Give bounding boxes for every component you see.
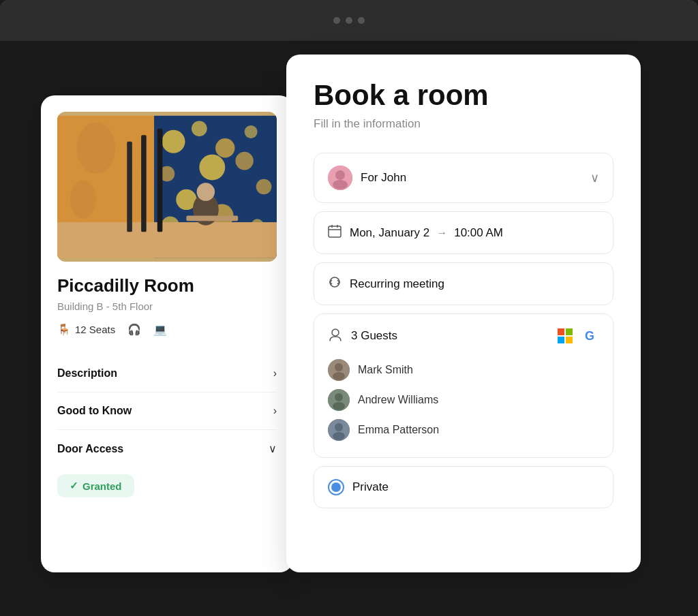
browser-chrome <box>0 0 698 41</box>
guests-header: 3 Guests G <box>328 326 599 345</box>
seats-amenity: 🪑 12 Seats <box>57 323 115 336</box>
for-user-label: For John <box>361 171 582 185</box>
guest-item-1: Mark Smith <box>328 355 599 385</box>
recurring-icon <box>328 275 342 292</box>
guest-item-3: Emma Patterson <box>328 415 599 445</box>
svg-point-40 <box>333 432 345 440</box>
svg-point-16 <box>70 181 96 219</box>
guest-item-2: Andrew Williams <box>328 385 599 415</box>
svg-point-8 <box>235 152 254 170</box>
user-avatar <box>328 166 352 190</box>
guest-avatar-3 <box>328 419 350 441</box>
guests-count-label: 3 Guests <box>351 329 547 343</box>
door-access-item[interactable]: Door Access ∨ <box>57 430 277 467</box>
guest-name-1: Mark Smith <box>358 364 413 376</box>
for-user-chevron-icon: ∨ <box>590 170 599 185</box>
svg-point-26 <box>333 180 348 189</box>
room-detail-card: Piccadilly Room Building B - 5th Floor 🪑… <box>41 95 293 572</box>
svg-point-34 <box>333 372 345 380</box>
description-chevron-icon: › <box>273 367 277 380</box>
guests-icon <box>328 327 343 345</box>
guest-name-2: Andrew Williams <box>358 394 438 406</box>
google-icon: G <box>580 326 599 345</box>
door-access-chevron-icon: ∨ <box>269 442 277 455</box>
browser-dots <box>333 17 365 24</box>
svg-point-15 <box>106 157 138 202</box>
good-to-know-chevron-icon: › <box>273 405 277 417</box>
svg-rect-23 <box>186 216 238 221</box>
date-time-content: Mon, January 2 → 10:00 AM <box>350 226 599 240</box>
svg-point-25 <box>335 170 345 180</box>
main-container: Piccadilly Room Building B - 5th Floor 🪑… <box>41 55 684 602</box>
chair-icon: 🪑 <box>57 323 71 336</box>
date-label: Mon, January 2 <box>350 226 429 240</box>
calendar-icon <box>328 224 342 241</box>
browser-dot-3 <box>358 17 365 24</box>
guest-avatar-1 <box>328 359 350 381</box>
svg-rect-17 <box>57 222 277 258</box>
svg-point-39 <box>335 423 343 431</box>
good-to-know-label: Good to Know <box>57 405 132 417</box>
headset-amenity: 🎧 <box>127 323 141 336</box>
date-arrow-icon: → <box>436 227 447 239</box>
microsoft-icon <box>556 326 575 345</box>
room-image <box>57 112 277 262</box>
laptop-icon: 💻 <box>153 323 167 336</box>
svg-point-37 <box>333 402 345 410</box>
svg-point-2 <box>162 130 185 153</box>
recurring-meeting-row[interactable]: Recurring meeting <box>314 262 613 305</box>
svg-rect-19 <box>157 129 163 232</box>
svg-point-22 <box>197 183 215 201</box>
radio-inner <box>331 482 341 492</box>
seats-label: 12 Seats <box>75 324 115 335</box>
svg-rect-27 <box>329 226 341 237</box>
access-status-label: Granted <box>82 480 122 492</box>
private-label: Private <box>352 480 389 494</box>
access-granted-badge: ✓ Granted <box>57 474 134 497</box>
room-name: Piccadilly Room <box>57 275 277 296</box>
booking-form-card: Book a room Fill in the information For … <box>286 55 641 572</box>
room-amenities: 🪑 12 Seats 🎧 💻 <box>57 323 277 336</box>
page-title: Book a room <box>314 79 613 112</box>
guests-row[interactable]: 3 Guests G <box>314 313 613 458</box>
svg-point-31 <box>332 329 339 336</box>
description-item[interactable]: Description › <box>57 355 277 392</box>
svg-rect-20 <box>127 142 132 232</box>
door-access-label: Door Access <box>57 443 123 455</box>
svg-point-33 <box>335 363 343 371</box>
calendar-integrations: G <box>556 326 599 345</box>
good-to-know-item[interactable]: Good to Know › <box>57 392 277 430</box>
room-location: Building B - 5th Floor <box>57 301 277 312</box>
svg-point-7 <box>199 155 225 181</box>
time-label: 10:00 AM <box>454 226 503 240</box>
checkmark-icon: ✓ <box>70 480 78 492</box>
private-row[interactable]: Private <box>314 466 613 508</box>
svg-point-3 <box>192 121 207 136</box>
svg-point-5 <box>245 125 258 138</box>
browser-dot-1 <box>333 17 340 24</box>
svg-rect-18 <box>141 135 147 232</box>
room-info-list: Description › Good to Know › Door Access… <box>57 355 277 467</box>
page-subtitle: Fill in the information <box>314 117 613 131</box>
headset-icon: 🎧 <box>127 323 141 336</box>
recurring-label: Recurring meeting <box>350 277 599 291</box>
browser-dot-2 <box>346 17 352 24</box>
private-radio-icon <box>328 479 344 495</box>
date-time-row[interactable]: Mon, January 2 → 10:00 AM <box>314 211 613 254</box>
svg-point-4 <box>215 138 234 157</box>
for-user-dropdown[interactable]: For John ∨ <box>314 153 613 203</box>
laptop-amenity: 💻 <box>153 323 167 336</box>
svg-point-10 <box>256 179 272 195</box>
description-label: Description <box>57 367 117 380</box>
guest-avatar-2 <box>328 389 350 411</box>
guest-name-3: Emma Patterson <box>358 424 439 436</box>
svg-point-36 <box>335 393 343 401</box>
